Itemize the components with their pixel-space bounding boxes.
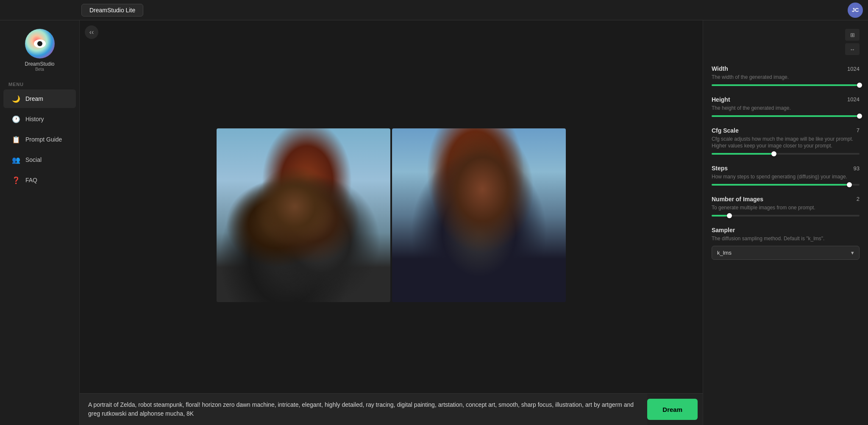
active-tab[interactable]: DreamStudio Lite	[81, 4, 143, 17]
sidebar-item-dream[interactable]: 🌙 Dream	[3, 89, 76, 108]
sampler-label: Sampler	[712, 227, 735, 233]
sidebar-menu-label: MENU	[0, 78, 79, 89]
width-desc: The width of the generated image.	[712, 74, 860, 81]
dream-button[interactable]: Dream	[647, 399, 698, 420]
generated-image-right[interactable]	[392, 128, 566, 302]
num-images-header: Number of Images 2	[712, 196, 860, 203]
cfg-scale-desc: Cfg scale adjusts how much the image wil…	[712, 136, 860, 150]
width-header: Width 1024	[712, 65, 860, 72]
faq-icon: ❓	[12, 176, 20, 184]
cfg-scale-value: 7	[857, 127, 860, 133]
height-setting: Height 1024 The height of the generated …	[712, 96, 860, 119]
num-images-setting: Number of Images 2 To generate multiple …	[712, 196, 860, 218]
social-icon: 👥	[12, 156, 20, 164]
logo-pupil	[37, 41, 42, 46]
height-slider-thumb	[857, 114, 862, 119]
sidebar-item-history[interactable]: 🕐 History	[3, 110, 76, 128]
user-avatar[interactable]: JC	[848, 3, 863, 18]
steps-slider-fill	[712, 184, 849, 186]
image-content-left	[217, 128, 390, 302]
steps-label: Steps	[712, 165, 728, 172]
width-label: Width	[712, 65, 728, 72]
steps-header: Steps 93	[712, 165, 860, 172]
sidebar-item-prompt-guide-label: Prompt Guide	[25, 136, 62, 143]
chevron-left-icon: ‹‹	[89, 28, 94, 36]
num-images-value: 2	[857, 196, 860, 202]
chevron-down-icon: ▾	[851, 250, 854, 256]
width-slider-fill	[712, 84, 860, 86]
height-desc: The height of the generated image.	[712, 105, 860, 112]
width-slider-thumb	[857, 83, 862, 88]
grid-icon: ⊞	[850, 32, 855, 38]
sidebar-item-dream-label: Dream	[25, 95, 43, 102]
width-value: 1024	[847, 66, 860, 72]
generated-image-left[interactable]	[217, 128, 390, 302]
steps-value: 93	[854, 165, 860, 172]
steps-slider-thumb	[847, 182, 852, 187]
resize-icon: ↔	[850, 46, 855, 53]
sidebar-item-social[interactable]: 👥 Social	[3, 150, 76, 169]
height-slider[interactable]	[712, 115, 860, 117]
sidebar-item-faq[interactable]: ❓ FAQ	[3, 171, 76, 189]
dream-icon: 🌙	[12, 94, 20, 103]
image-content-right	[392, 128, 566, 302]
sidebar-item-prompt-guide[interactable]: 📋 Prompt Guide	[3, 130, 76, 149]
cfg-scale-header: Cfg Scale 7	[712, 127, 860, 134]
images-grid	[80, 20, 703, 393]
sampler-setting: Sampler The diffusion sampling method. D…	[712, 227, 860, 260]
panel-top-icons: ⊞ ↔	[712, 29, 860, 55]
prompt-bar: A portrait of Zelda, robot steampunk, fl…	[80, 393, 703, 425]
cfg-scale-slider[interactable]	[712, 153, 860, 155]
main-layout: DreamStudio Beta MENU 🌙 Dream 🕐 History …	[0, 20, 868, 425]
sampler-desc: The diffusion sampling method. Default i…	[712, 235, 860, 242]
cfg-scale-slider-fill	[712, 153, 774, 155]
sidebar-item-social-label: Social	[25, 156, 42, 163]
sampler-selected-value: k_lms	[717, 250, 732, 256]
sampler-select[interactable]: k_lms ▾	[712, 246, 860, 260]
steps-setting: Steps 93 How many steps to spend generat…	[712, 165, 860, 187]
height-slider-fill	[712, 115, 860, 117]
num-images-label: Number of Images	[712, 196, 763, 203]
sidebar-item-faq-label: FAQ	[25, 177, 37, 183]
prompt-input[interactable]: A portrait of Zelda, robot steampunk, fl…	[80, 394, 647, 425]
sidebar-item-history-label: History	[25, 116, 44, 122]
right-panel: ⊞ ↔ Width 1024 The width of the generate…	[703, 20, 868, 425]
cfg-scale-label: Cfg Scale	[712, 127, 739, 134]
width-slider[interactable]	[712, 84, 860, 86]
cfg-scale-slider-thumb	[771, 151, 776, 156]
logo-icon	[25, 29, 55, 58]
top-bar: DreamStudio Lite JC	[0, 0, 868, 20]
history-icon: 🕐	[12, 115, 20, 123]
steps-desc: How many steps to spend generating (diff…	[712, 173, 860, 181]
num-images-desc: To generate multiple images from one pro…	[712, 204, 860, 211]
steps-slider[interactable]	[712, 184, 860, 186]
sidebar-logo: DreamStudio Beta	[0, 20, 79, 78]
grid-view-button[interactable]: ⊞	[845, 29, 860, 41]
num-images-slider-thumb	[727, 213, 732, 218]
sampler-header: Sampler	[712, 227, 860, 233]
logo-beta: Beta	[35, 67, 44, 72]
height-header: Height 1024	[712, 96, 860, 103]
num-images-slider[interactable]	[712, 215, 860, 217]
content-area: ‹‹ A portrait of Zelda, robot steampunk,…	[80, 20, 703, 425]
prompt-guide-icon: 📋	[12, 135, 20, 144]
logo-text: DreamStudio	[25, 61, 54, 67]
resize-button[interactable]: ↔	[845, 43, 860, 55]
cfg-scale-setting: Cfg Scale 7 Cfg scale adjusts how much t…	[712, 127, 860, 157]
sidebar: DreamStudio Beta MENU 🌙 Dream 🕐 History …	[0, 20, 80, 425]
back-button[interactable]: ‹‹	[85, 25, 98, 39]
width-setting: Width 1024 The width of the generated im…	[712, 65, 860, 88]
height-value: 1024	[847, 96, 860, 103]
height-label: Height	[712, 96, 730, 103]
logo-eye	[34, 39, 46, 48]
